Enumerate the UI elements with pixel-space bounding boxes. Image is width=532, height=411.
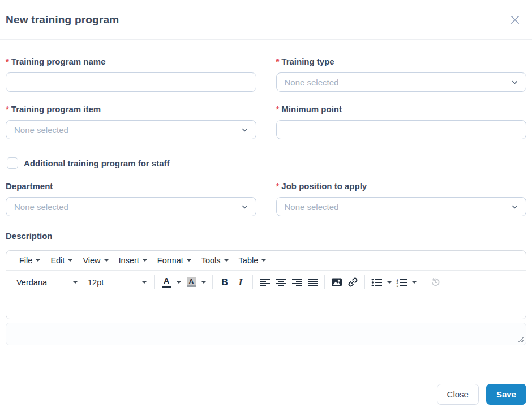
menu-label: File <box>19 256 32 265</box>
italic-button[interactable] <box>233 275 248 290</box>
caret-down-icon <box>201 281 206 284</box>
align-right-button[interactable] <box>289 275 304 290</box>
editor-content-area[interactable] <box>6 294 526 319</box>
close-modal-button[interactable] <box>507 12 523 28</box>
modal-footer: Close Save <box>0 375 532 405</box>
description-label: Description <box>6 231 526 241</box>
minimum-point-label: *Minimum point <box>276 104 527 114</box>
font-family-select[interactable]: Verdana <box>12 276 81 289</box>
training-program-item-select[interactable]: None selected <box>6 120 256 139</box>
chevron-down-icon <box>241 203 249 211</box>
toolbar-separator <box>252 275 253 289</box>
bullet-list-button[interactable] <box>369 275 385 290</box>
label-text: Job position to apply <box>281 181 367 191</box>
resize-grip-icon[interactable] <box>517 336 524 342</box>
background-color-button[interactable] <box>183 275 199 290</box>
label-text: Department <box>6 181 53 191</box>
restore-draft-icon <box>430 277 441 288</box>
editor-toolbar: Verdana 12pt <box>6 271 526 294</box>
editor-menu-format[interactable]: Format <box>152 253 196 268</box>
caret-down-icon <box>68 259 72 262</box>
editor-menu-table[interactable]: Table <box>234 253 272 268</box>
description-rich-text-editor: File Edit View Insert Format Tools Table… <box>6 250 526 319</box>
menu-label: Format <box>157 256 183 265</box>
close-button[interactable]: Close <box>437 384 479 405</box>
additional-training-checkbox-label[interactable]: Additional training program for staff <box>24 159 170 168</box>
restore-draft-button[interactable] <box>427 275 443 290</box>
align-center-button[interactable] <box>273 275 289 290</box>
align-justify-button[interactable] <box>304 275 320 290</box>
caret-down-icon <box>143 259 147 262</box>
bold-icon <box>221 277 228 288</box>
caret-down-icon <box>177 281 181 284</box>
field-training-program-item: *Training program item None selected <box>6 104 256 139</box>
align-left-button[interactable] <box>257 275 273 290</box>
department-select[interactable]: None selected <box>6 197 256 216</box>
caret-down-icon <box>412 281 417 284</box>
close-icon <box>509 14 521 25</box>
caret-down-icon <box>73 281 78 284</box>
chevron-down-icon <box>510 78 519 87</box>
toolbar-separator <box>212 275 213 289</box>
menu-label: Edit <box>50 256 65 265</box>
label-text: Minimum point <box>281 104 342 114</box>
numbered-list-caret-button[interactable] <box>410 275 419 290</box>
numbered-list-icon: 123 <box>396 278 407 287</box>
caret-down-icon <box>36 259 40 262</box>
job-position-label: *Job position to apply <box>276 181 527 191</box>
text-color-button[interactable] <box>158 275 174 290</box>
insert-link-button[interactable] <box>345 275 361 290</box>
caret-down-icon <box>187 259 191 262</box>
text-color-caret-button[interactable] <box>174 275 183 290</box>
bullet-list-caret-button[interactable] <box>385 275 394 290</box>
align-center-icon <box>276 278 286 287</box>
numbered-list-button[interactable]: 123 <box>394 275 410 290</box>
editor-menu-insert[interactable]: Insert <box>114 253 152 268</box>
editor-statusbar <box>6 323 526 345</box>
required-asterisk: * <box>276 104 280 114</box>
required-asterisk: * <box>6 57 9 66</box>
modal-body: *Training program name *Training type No… <box>0 40 532 345</box>
additional-training-checkbox[interactable] <box>7 157 18 169</box>
field-job-position: *Job position to apply None selected <box>276 181 527 216</box>
label-text: Description <box>6 231 53 241</box>
toolbar-separator <box>423 275 423 289</box>
caret-down-icon <box>224 259 229 262</box>
field-training-type: *Training type None selected <box>276 57 527 92</box>
font-size-value: 12pt <box>88 278 104 287</box>
menu-label: View <box>83 256 100 265</box>
job-position-select[interactable]: None selected <box>276 197 527 216</box>
caret-down-icon <box>387 281 392 284</box>
save-button[interactable]: Save <box>486 384 526 405</box>
department-label: Department <box>6 181 256 191</box>
insert-image-button[interactable] <box>329 275 345 290</box>
chevron-down-icon <box>241 126 249 134</box>
align-justify-icon <box>307 278 318 287</box>
modal-header: New training program <box>0 0 532 40</box>
training-type-select[interactable]: None selected <box>276 72 527 92</box>
editor-menubar: File Edit View Insert Format Tools Table <box>6 251 526 271</box>
font-size-select[interactable]: 12pt <box>83 276 150 289</box>
training-program-name-label: *Training program name <box>6 57 256 67</box>
required-asterisk: * <box>276 57 280 66</box>
caret-down-icon <box>261 259 266 262</box>
toolbar-separator <box>154 275 155 289</box>
editor-menu-view[interactable]: View <box>78 253 113 268</box>
editor-menu-tools[interactable]: Tools <box>196 253 234 268</box>
select-value: None selected <box>14 125 68 135</box>
additional-training-checkbox-row: Additional training program for staff <box>7 157 526 169</box>
insert-image-icon <box>331 277 342 287</box>
select-value: None selected <box>285 202 339 212</box>
svg-text:3: 3 <box>397 284 399 286</box>
form-grid: *Training program name *Training type No… <box>6 57 526 216</box>
editor-menu-file[interactable]: File <box>14 253 45 268</box>
background-color-caret-button[interactable] <box>199 275 208 290</box>
menu-label: Insert <box>119 256 139 265</box>
editor-menu-edit[interactable]: Edit <box>45 253 78 268</box>
minimum-point-input[interactable] <box>276 120 527 139</box>
training-program-name-input[interactable] <box>6 72 256 92</box>
training-type-label: *Training type <box>276 57 527 67</box>
select-value: None selected <box>14 202 68 212</box>
required-asterisk: * <box>6 104 9 114</box>
bold-button[interactable] <box>217 275 233 290</box>
